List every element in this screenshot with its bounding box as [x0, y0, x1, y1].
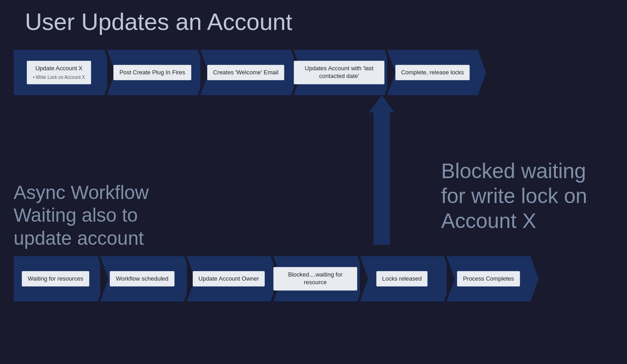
- bottom-process-row: Waiting for resourcesWorkflow scheduledU…: [14, 256, 613, 301]
- step-top-2-text: Post Create Plug In Fires: [119, 69, 185, 77]
- step-bot-1-wrapper: Waiting for resources: [14, 256, 97, 301]
- step-top-4-text: Updates Account with 'last contacted dat…: [300, 65, 379, 80]
- step-top-3-label: Creates 'Welcome' Email: [207, 65, 284, 81]
- step-bot-2-bg: Workflow scheduled: [100, 256, 184, 301]
- async-subtitle: Async Workflow Waiting also to update ac…: [14, 181, 186, 250]
- step-top-5-label: Complete, release locks: [395, 65, 470, 81]
- arrow-head: [369, 95, 394, 112]
- step-top-4-bg: Updates Account with 'last contacted dat…: [294, 50, 384, 95]
- step-bot-3-label: Update Account Owner: [193, 271, 265, 287]
- step-top-1-subtext: • Write Lock on Account X: [33, 74, 85, 80]
- step-bot-3-wrapper: Update Account Owner: [187, 256, 271, 301]
- step-top-5-wrapper: Complete, release locks: [387, 50, 478, 95]
- step-top-2-label: Post Create Plug In Fires: [113, 65, 191, 81]
- step-bot-6-bg: Process Completes: [447, 256, 530, 301]
- step-bot-2-wrapper: Workflow scheduled: [100, 256, 184, 301]
- step-bot-3-bg: Update Account Owner: [187, 256, 271, 301]
- step-top-5-text: Complete, release locks: [401, 69, 464, 77]
- step-bot-5-label: Locks released: [376, 271, 428, 287]
- step-top-1-label: Update Account X• Write Lock on Account …: [27, 61, 91, 84]
- step-bot-5-bg: Locks released: [360, 256, 444, 301]
- top-process-row: Update Account X• Write Lock on Account …: [14, 50, 613, 95]
- step-top-3-wrapper: Creates 'Welcome' Email: [200, 50, 291, 95]
- step-bot-4-label: Blocked....waiting for resource: [273, 267, 357, 291]
- step-bot-6-label: Process Completes: [457, 271, 520, 287]
- arrow-shaft: [374, 112, 390, 245]
- step-top-2-bg: Post Create Plug In Fires: [107, 50, 198, 95]
- step-bot-4-wrapper: Blocked....waiting for resource: [273, 256, 357, 301]
- step-bot-5-wrapper: Locks released: [360, 256, 444, 301]
- step-top-4-label: Updates Account with 'last contacted dat…: [294, 61, 384, 84]
- main-title: User Updates an Account: [25, 8, 292, 35]
- step-bot-4-bg: Blocked....waiting for resource: [273, 256, 357, 301]
- step-top-5-bg: Complete, release locks: [387, 50, 478, 95]
- step-top-2-wrapper: Post Create Plug In Fires: [107, 50, 198, 95]
- step-top-4-wrapper: Updates Account with 'last contacted dat…: [294, 50, 384, 95]
- step-bot-2-label: Workflow scheduled: [110, 271, 174, 287]
- step-bot-1-label: Waiting for resources: [22, 271, 89, 287]
- upward-arrow: [373, 95, 391, 245]
- step-top-1-wrapper: Update Account X• Write Lock on Account …: [14, 50, 104, 95]
- step-top-1-text: Update Account X: [33, 65, 85, 73]
- blocked-subtitle: Blocked waiting for write lock on Accoun…: [441, 159, 613, 234]
- step-top-3-text: Creates 'Welcome' Email: [213, 69, 278, 77]
- step-bot-1-bg: Waiting for resources: [14, 256, 97, 301]
- step-top-1-bg: Update Account X• Write Lock on Account …: [14, 50, 104, 95]
- step-bot-6-wrapper: Process Completes: [447, 256, 530, 301]
- step-top-3-bg: Creates 'Welcome' Email: [200, 50, 291, 95]
